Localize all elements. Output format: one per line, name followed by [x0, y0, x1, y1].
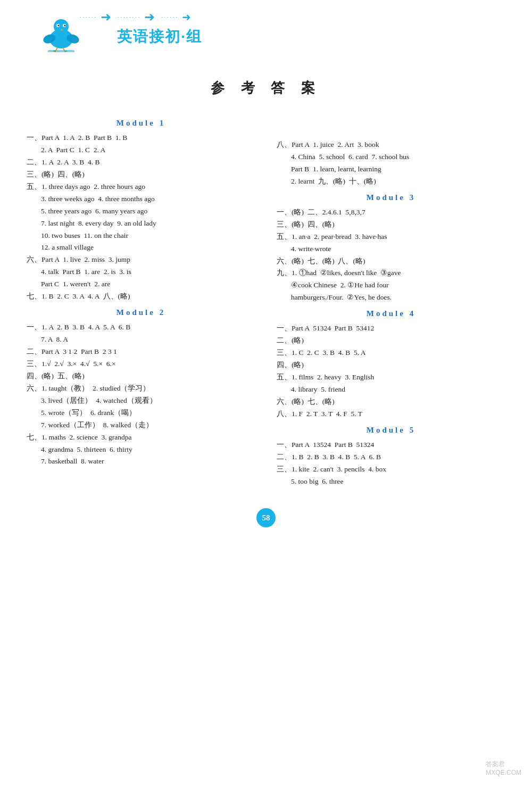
content-area: Module 1 一、Part A 1. A 2. B Part B 1. B … — [0, 113, 532, 492]
module1-line7: 5. three years ago 6. many years ago — [27, 205, 255, 218]
watermark-line2: MXQE.COM — [486, 769, 521, 776]
module2-line3: 二、Part A 3 1 2 Part B 2 3 1 — [27, 346, 255, 358]
module4-line2: 二、(略) — [277, 335, 505, 347]
module1-line1: 一、Part A 1. A 2. B Part B 1. B — [27, 132, 255, 144]
module5-section: Module 5 一、Part A 13524 Part B 51324 二、1… — [277, 426, 505, 488]
module1-line8: 7. last night 8. every day 9. an old lad… — [27, 218, 255, 230]
svg-point-4 — [58, 25, 60, 27]
left-column: Module 1 一、Part A 1. A 2. B Part B 1. B … — [27, 113, 266, 492]
module2-line11: 4. grandma 5. thirteen 6. thirty — [27, 444, 255, 456]
module4-line5: 五、1. films 2. heavy 3. English — [277, 371, 505, 384]
module4-title: Module 4 — [277, 309, 505, 318]
module2-extra-line4: 2. learnt 九、(略) 十、(略) — [277, 176, 505, 188]
module1-line10: 12. a small village — [27, 242, 255, 254]
module2-line6: 六、1. taught（教） 2. studied（学习） — [27, 383, 255, 395]
watermark-line1: 答案君 — [486, 760, 521, 769]
svg-point-5 — [64, 25, 66, 27]
header-title: 英语接初·组 — [117, 27, 202, 47]
module3-line5: 六、(略) 七、(略) 八、(略) — [277, 255, 505, 268]
module2-line7: 3. lived（居住） 4. watched（观看） — [27, 395, 255, 407]
module3-section: Module 3 一、(略) 二、2.4.6.1 5,8,3,7 三、(略) 四… — [277, 193, 505, 304]
module1-line6: 3. three weeks ago 4. three months ago — [27, 193, 255, 205]
module3-line1: 一、(略) 二、2.4.6.1 5,8,3,7 — [277, 206, 505, 219]
module2-line12: 7. basketball 8. water — [27, 455, 255, 468]
module2-line10: 七、1. maths 2. science 3. grandpa — [27, 432, 255, 444]
module4-line6: 4. library 5. friend — [277, 384, 505, 396]
module4-section: Module 4 一、Part A 51324 Part B 53412 二、(… — [277, 309, 505, 420]
module5-line1: 一、Part A 13524 Part B 51324 — [277, 439, 505, 451]
module3-line7: ④cook Chinese 2. ①He had four — [277, 279, 505, 292]
module4-line1: 一、Part A 51324 Part B 53412 — [277, 322, 505, 335]
module2-line5: 四、(略) 五、(略) — [27, 370, 255, 383]
module4-line8: 八、1. F 2. T 3. T 4. F 5. T — [277, 408, 505, 420]
module4-line4: 四、(略) — [277, 359, 505, 371]
module2-extra-line1: 八、Part A 1. juice 2. Art 3. book — [277, 139, 505, 151]
module2-extra-section: 八、Part A 1. juice 2. Art 3. book 4. Chin… — [277, 139, 505, 188]
module3-line6: 九、1. ①had ②likes, doesn't like ③gave — [277, 267, 505, 279]
module3-line4: 4. write·wrote — [277, 243, 505, 255]
module2-line8: 5. wrote（写） 6. drank（喝） — [27, 407, 255, 419]
svg-point-1 — [54, 19, 69, 34]
module3-line2: 三、(略) 四、(略) — [277, 219, 505, 231]
module1-line5: 五、1. three days ago 2. three hours ago — [27, 181, 255, 193]
module5-title: Module 5 — [277, 426, 505, 435]
module1-title: Module 1 — [27, 119, 255, 128]
module5-line4: 5. too big 6. three — [277, 476, 505, 488]
page-number-area: 58 — [0, 508, 532, 527]
module1-section: Module 1 一、Part A 1. A 2. B Part B 1. B … — [27, 119, 255, 303]
main-title: 参 考 答 案 — [0, 79, 532, 97]
module1-line13: Part C 1. weren't 2. are — [27, 278, 255, 291]
module1-line11: 六、Part A 1. live 2. miss 3. jump — [27, 254, 255, 266]
module1-line3: 二、1. A 2. A 3. B 4. B — [27, 156, 255, 169]
module2-title: Module 2 — [27, 308, 255, 317]
watermark: 答案君 MXQE.COM — [486, 760, 521, 776]
module3-title: Module 3 — [277, 193, 505, 202]
right-column: 八、Part A 1. juice 2. Art 3. book 4. Chin… — [266, 113, 505, 492]
module2-line2: 7. A 8. A — [27, 334, 255, 346]
module1-line14: 七、1. B 2. C 3. A 4. A 八、(略) — [27, 291, 255, 303]
module1-line9: 10. two buses 11. on the chair — [27, 230, 255, 242]
module4-line3: 三、1. C 2. C 3. B 4. B 5. A — [277, 347, 505, 359]
module2-line9: 7. worked（工作） 8. walked（走） — [27, 419, 255, 432]
module5-line2: 二、1. B 2. B 3. B 4. B 5. A 6. B — [277, 451, 505, 463]
module1-line12: 4. talk Part B 1. are 2. is 3. is — [27, 266, 255, 278]
module3-line8: hamburgers./Four. ②Yes, he does. — [277, 292, 505, 304]
page-circle: 58 — [256, 508, 276, 527]
module2-line1: 一、1. A 2. B 3. B 4. A 5. A 6. B — [27, 321, 255, 334]
module1-line4: 三、(略) 四、(略) — [27, 169, 255, 181]
module2-line4: 三、1.√ 2.√ 3.× 4.√ 5.× 6.× — [27, 358, 255, 370]
module5-line3: 三、1. kite 2. can't 3. pencils 4. box — [277, 463, 505, 476]
module3-line3: 五、1. an·a 2. pear·bread 3. have·has — [277, 231, 505, 243]
header: ······ ➜ ········ ➜ ······ ➜ 英语接初·组 — [0, 0, 532, 63]
module2-extra-line3: Part B 1. learn, learnt, learning — [277, 163, 505, 176]
module2-extra-line2: 4. China 5. school 6. card 7. school bus — [277, 151, 505, 163]
svg-rect-15 — [48, 50, 74, 52]
module4-line7: 六、(略) 七、(略) — [277, 396, 505, 408]
module2-section: Module 2 一、1. A 2. B 3. B 4. A 5. A 6. B… — [27, 308, 255, 468]
module1-line2: 2. A Part C 1. C 2. A — [27, 144, 255, 156]
